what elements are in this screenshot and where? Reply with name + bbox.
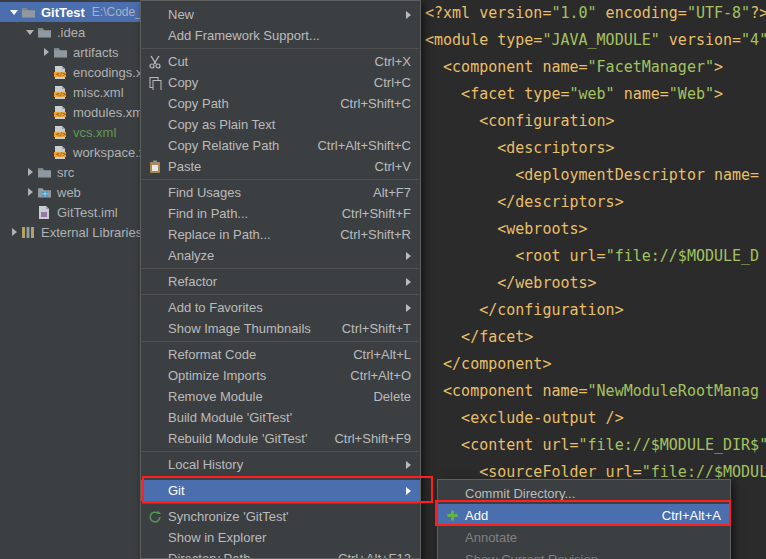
- code-line-14[interactable]: </component>: [425, 351, 766, 378]
- context-menu-item-synchronize-gittest[interactable]: Synchronize 'GitTest': [141, 506, 420, 527]
- expand-arrow-icon[interactable]: [24, 186, 36, 198]
- context-menu-item-optimize-imports[interactable]: Optimize ImportsCtrl+Alt+O: [141, 365, 420, 386]
- code-line-10[interactable]: <root url="file://$MODULE_D: [425, 243, 766, 270]
- menu-item-label: Show Current Revision: [465, 552, 598, 559]
- menu-icon-spacer: [147, 28, 163, 44]
- code-line-13[interactable]: </facet>: [425, 324, 766, 351]
- code-line-16[interactable]: <exclude-output />: [425, 405, 766, 432]
- context-menu-item-add-to-favorites[interactable]: Add to Favorites: [141, 297, 420, 318]
- xml-string-token: "web": [570, 85, 615, 103]
- tree-item-label: vcs.xml: [73, 125, 116, 140]
- context-menu-item-remove-module[interactable]: Remove ModuleDelete: [141, 386, 420, 407]
- menu-item-label: Remove Module: [168, 389, 263, 404]
- context-menu-item-find-in-path[interactable]: Find in Path...Ctrl+Shift+F: [141, 203, 420, 224]
- context-menu-item-directory-path[interactable]: Directory PathCtrl+Alt+F12: [141, 548, 420, 559]
- menu-icon-spacer: [147, 248, 163, 264]
- tree-arrow-spacer: [40, 66, 52, 78]
- tree-arrow-spacer: [40, 146, 52, 158]
- context-menu-item-reformat-code[interactable]: Reformat CodeCtrl+Alt+L: [141, 344, 420, 365]
- xml-tag-token: <component name=: [425, 382, 588, 400]
- git-submenu-item-show-current-revision[interactable]: Show Current Revision: [438, 548, 730, 559]
- menu-item-label: Copy Relative Path: [168, 138, 279, 153]
- collapse-arrow-icon[interactable]: [8, 6, 20, 18]
- code-line-17[interactable]: <content url="file://$MODULE_DIR$">: [425, 432, 766, 459]
- context-menu-item-rebuild-module-gittest[interactable]: Rebuild Module 'GitTest'Ctrl+Shift+F9: [141, 428, 420, 449]
- code-line-4[interactable]: <facet type="web" name="Web">: [425, 81, 766, 108]
- menu-icon-spacer: [147, 368, 163, 384]
- code-line-2[interactable]: <module type="JAVA_MODULE" version="4">: [425, 27, 766, 54]
- paste-icon: [147, 159, 163, 175]
- expand-arrow-icon[interactable]: [40, 46, 52, 58]
- context-menu-separator: [142, 294, 419, 295]
- tree-arrow-spacer: [40, 106, 52, 118]
- menu-item-label: Analyze: [168, 248, 214, 263]
- git-submenu-item-add[interactable]: AddCtrl+Alt+A: [438, 504, 730, 526]
- code-line-11[interactable]: </webroots>: [425, 270, 766, 297]
- menu-item-label: Directory Path: [168, 551, 250, 559]
- collapse-arrow-icon[interactable]: [24, 26, 36, 38]
- menu-icon-spacer: [147, 321, 163, 337]
- menu-item-label: Commit Directory...: [465, 486, 575, 501]
- menu-item-shortcut: Ctrl+Alt+L: [335, 347, 411, 362]
- context-menu-item-copy-relative-path[interactable]: Copy Relative PathCtrl+Alt+Shift+C: [141, 135, 420, 156]
- xml-string-token: "JAVA_MODULE": [542, 31, 659, 49]
- code-line-15[interactable]: <component name="NewModuleRootManag: [425, 378, 766, 405]
- context-menu-item-analyze[interactable]: Analyze: [141, 245, 420, 266]
- menu-item-shortcut: Ctrl+Shift+C: [322, 96, 411, 111]
- menu-item-label: Show Image Thumbnails: [168, 321, 311, 336]
- code-line-5[interactable]: <configuration>: [425, 108, 766, 135]
- tree-item-label: External Libraries: [41, 225, 142, 240]
- submenu-arrow-icon: [406, 11, 411, 19]
- menu-item-label: New: [168, 7, 194, 22]
- code-line-6[interactable]: <descriptors>: [425, 135, 766, 162]
- menu-item-label: Show in Explorer: [168, 530, 266, 545]
- web-folder-icon: [36, 184, 52, 200]
- context-menu-item-copy-as-plain-text[interactable]: Copy as Plain Text: [141, 114, 420, 135]
- context-menu-item-show-image-thumbnails[interactable]: Show Image ThumbnailsCtrl+Shift+T: [141, 318, 420, 339]
- context-menu-item-replace-in-path[interactable]: Replace in Path...Ctrl+Shift+R: [141, 224, 420, 245]
- menu-icon-spacer: [147, 389, 163, 405]
- xml-tag-token: </webroots>: [425, 274, 597, 292]
- context-menu-item-add-framework-support[interactable]: Add Framework Support...: [141, 25, 420, 46]
- context-menu-item-find-usages[interactable]: Find UsagesAlt+F7: [141, 182, 420, 203]
- code-line-9[interactable]: <webroots>: [425, 216, 766, 243]
- context-menu-item-git[interactable]: Git: [141, 480, 420, 501]
- menu-item-label: Optimize Imports: [168, 368, 266, 383]
- context-menu-item-new[interactable]: New: [141, 4, 420, 25]
- expand-arrow-icon[interactable]: [24, 166, 36, 178]
- context-menu-item-copy[interactable]: CopyCtrl+C: [141, 72, 420, 93]
- xml-file-icon: </>: [52, 84, 68, 100]
- code-line-8[interactable]: </descriptors>: [425, 189, 766, 216]
- menu-item-shortcut: Delete: [355, 389, 411, 404]
- xml-file-icon: </>: [52, 144, 68, 160]
- code-line-3[interactable]: <component name="FacetManager">: [425, 54, 766, 81]
- code-line-12[interactable]: </configuration>: [425, 297, 766, 324]
- menu-item-label: Replace in Path...: [168, 227, 271, 242]
- context-menu-item-show-in-explorer[interactable]: Show in Explorer: [141, 527, 420, 548]
- copy-icon: [147, 75, 163, 91]
- menu-icon-spacer: [147, 7, 163, 23]
- git-submenu-item-annotate[interactable]: Annotate: [438, 526, 730, 548]
- code-line-7[interactable]: <deploymentDescriptor name=: [425, 162, 766, 189]
- menu-icon-spacer: [147, 457, 163, 473]
- context-menu-item-build-module-gittest[interactable]: Build Module 'GitTest': [141, 407, 420, 428]
- tree-arrow-spacer: [40, 86, 52, 98]
- context-menu-item-refactor[interactable]: Refactor: [141, 271, 420, 292]
- tree-item-label: modules.xml: [73, 105, 146, 120]
- git-submenu-item-commit-directory[interactable]: Commit Directory...: [438, 482, 730, 504]
- context-menu-item-copy-path[interactable]: Copy PathCtrl+Shift+C: [141, 93, 420, 114]
- xml-tag-token: <?xml version=: [425, 4, 551, 22]
- xml-tag-token: version=: [660, 31, 741, 49]
- menu-item-label: Synchronize 'GitTest': [168, 509, 289, 524]
- xml-string-token: "4": [741, 31, 766, 49]
- expand-arrow-icon[interactable]: [8, 226, 20, 238]
- context-menu-item-paste[interactable]: PasteCtrl+V: [141, 156, 420, 177]
- xml-string-token: "UTF-8": [687, 4, 750, 22]
- svg-text:</>: </>: [56, 71, 67, 77]
- context-menu-item-cut[interactable]: CutCtrl+X: [141, 51, 420, 72]
- xml-tag-token: >: [714, 58, 723, 76]
- context-menu-item-local-history[interactable]: Local History: [141, 454, 420, 475]
- xml-string-token: "NewModuleRootManag: [588, 382, 760, 400]
- code-line-1[interactable]: <?xml version="1.0" encoding="UTF-8"?>: [425, 0, 766, 27]
- submenu-arrow-icon: [406, 461, 411, 469]
